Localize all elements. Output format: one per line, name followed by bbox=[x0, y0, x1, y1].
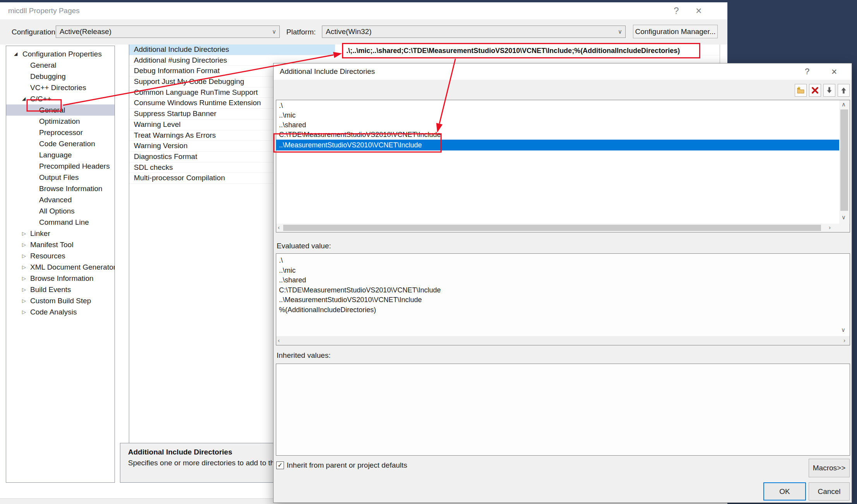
scroll-left-icon[interactable]: ‹ bbox=[278, 224, 280, 231]
list-item[interactable]: ..\mic bbox=[276, 111, 839, 120]
evaluated-line: ..\mic bbox=[276, 266, 837, 276]
tree-item-c-cpp[interactable]: ◢C/C++ bbox=[6, 93, 115, 104]
configuration-label: Configuration: bbox=[12, 19, 57, 44]
vertical-scrollbar[interactable]: ∧ ∨ bbox=[839, 100, 849, 224]
dialog-titlebar: Additional Include Directories ? × bbox=[274, 63, 852, 80]
evaluated-line: ..\shared bbox=[276, 275, 837, 285]
tree-item-browse-information[interactable]: Browse Information bbox=[6, 183, 115, 194]
tree-item-vcpp-directories[interactable]: VC++ Directories bbox=[6, 82, 115, 93]
inherited-values-label: Inherited values: bbox=[277, 351, 330, 360]
collapsed-icon[interactable]: ▷ bbox=[22, 250, 26, 261]
configuration-select[interactable]: Active(Release) ∨ bbox=[56, 26, 280, 38]
tree-item-resources[interactable]: ▷Resources bbox=[6, 250, 115, 261]
evaluated-line: .\ bbox=[276, 256, 837, 266]
scrollbar-thumb[interactable] bbox=[283, 225, 821, 231]
configuration-bar: Configuration: Active(Release) ∨ Platfor… bbox=[0, 19, 727, 44]
evaluated-line: %(AdditionalIncludeDirectories) bbox=[276, 305, 837, 315]
platform-select[interactable]: Active(Win32) ∨ bbox=[322, 26, 626, 38]
configuration-manager-button[interactable]: Configuration Manager... bbox=[633, 25, 718, 38]
horizontal-scrollbar[interactable]: ‹ › bbox=[276, 336, 850, 345]
tree-item-preprocessor[interactable]: Preprocessor bbox=[6, 127, 115, 138]
tree-item-linker[interactable]: ▷Linker bbox=[6, 228, 115, 239]
collapsed-icon[interactable]: ▷ bbox=[22, 228, 26, 239]
collapsed-icon[interactable]: ▷ bbox=[22, 295, 26, 306]
platform-value: Active(Win32) bbox=[326, 26, 371, 38]
scroll-left-icon[interactable]: ‹ bbox=[278, 337, 280, 343]
delete-line-button[interactable] bbox=[809, 84, 821, 97]
configuration-value: Active(Release) bbox=[60, 26, 111, 38]
inherited-values-box[interactable] bbox=[276, 364, 850, 456]
tree-item-all-options[interactable]: All Options bbox=[6, 205, 115, 217]
move-down-button[interactable] bbox=[823, 84, 835, 97]
arrow-up-icon bbox=[840, 86, 848, 94]
config-tree: ◢Configuration Properties General Debugg… bbox=[6, 46, 115, 483]
expanded-icon[interactable]: ◢ bbox=[14, 48, 17, 60]
macros-button[interactable]: Macros>> bbox=[809, 459, 850, 477]
list-item[interactable]: .\ bbox=[276, 101, 839, 111]
list-item[interactable]: ..\shared bbox=[276, 120, 839, 130]
inherit-defaults-label: Inherit from parent or project defaults bbox=[287, 461, 407, 470]
tree-item-debugging[interactable]: Debugging bbox=[6, 71, 115, 82]
platform-label: Platform: bbox=[286, 19, 316, 44]
checkmark-icon: ✓ bbox=[277, 462, 284, 469]
collapsed-icon[interactable]: ▷ bbox=[22, 261, 26, 273]
tree-item-manifest-tool[interactable]: ▷Manifest Tool bbox=[6, 239, 115, 250]
collapsed-icon[interactable]: ▷ bbox=[22, 284, 26, 295]
tree-item-custom-build-step[interactable]: ▷Custom Build Step bbox=[6, 295, 115, 306]
delete-x-icon bbox=[811, 86, 819, 94]
property-value-text: .\;..\mic;..\shared;C:\TDE\MeasurementSt… bbox=[343, 44, 699, 57]
tree-item-code-analysis[interactable]: ▷Code Analysis bbox=[6, 306, 115, 318]
tree-item-code-generation[interactable]: Code Generation bbox=[6, 138, 115, 149]
window-titlebar: micdll Property Pages ? × bbox=[0, 2, 727, 19]
evaluated-line: C:\TDE\MeasurementStudioVS2010\VCNET\Inc… bbox=[276, 285, 837, 296]
evaluated-value-label: Evaluated value: bbox=[277, 242, 331, 250]
tree-item-configuration-properties[interactable]: ◢Configuration Properties bbox=[6, 48, 115, 60]
scroll-down-icon[interactable]: ∨ bbox=[841, 326, 845, 333]
window-top-edge bbox=[0, 0, 727, 2]
tree-item-output-files[interactable]: Output Files bbox=[6, 172, 115, 183]
cancel-button[interactable]: Cancel bbox=[809, 482, 850, 501]
chevron-down-icon: ∨ bbox=[272, 26, 276, 38]
move-up-button[interactable] bbox=[838, 84, 850, 97]
scroll-down-icon[interactable]: ∨ bbox=[842, 214, 846, 221]
close-icon[interactable]: × bbox=[690, 2, 707, 19]
scroll-right-icon[interactable]: › bbox=[843, 337, 845, 343]
dialog-title: Additional Include Directories bbox=[280, 63, 375, 80]
screen: micdll Property Pages ? × Configuration:… bbox=[0, 0, 857, 504]
tree-item-browse-information-2[interactable]: ▷Browse Information bbox=[6, 273, 115, 284]
collapsed-icon[interactable]: ▷ bbox=[22, 273, 26, 284]
arrow-down-icon bbox=[825, 86, 833, 94]
tree-item-xml-document-generator[interactable]: ▷XML Document Generator bbox=[6, 261, 115, 273]
tree-item-optimization[interactable]: Optimization bbox=[6, 116, 115, 127]
ok-button[interactable]: OK bbox=[763, 482, 806, 501]
tree-item-language[interactable]: Language bbox=[6, 149, 115, 161]
collapsed-icon[interactable]: ▷ bbox=[22, 306, 26, 318]
tree-item-precompiled-headers[interactable]: Precompiled Headers bbox=[6, 161, 115, 172]
close-icon[interactable]: × bbox=[828, 63, 841, 80]
chevron-down-icon: ∨ bbox=[618, 26, 622, 38]
new-folder-icon bbox=[797, 86, 805, 94]
scroll-up-icon[interactable]: ∧ bbox=[842, 101, 846, 108]
evaluated-line: ..\MeasurementStudioVS2010\VCNET\Include bbox=[276, 295, 837, 305]
list-item-selected[interactable]: ..\MeasurementStudioVS2010\VCNET\Include bbox=[276, 140, 839, 150]
window-title: micdll Property Pages bbox=[8, 2, 80, 19]
scrollbar-thumb[interactable] bbox=[840, 109, 848, 211]
directories-list[interactable]: .\ ..\mic ..\shared C:\TDE\MeasurementSt… bbox=[276, 100, 850, 232]
horizontal-scrollbar[interactable]: ‹ › bbox=[276, 224, 850, 232]
evaluated-value-box[interactable]: .\ ..\mic ..\shared C:\TDE\MeasurementSt… bbox=[276, 253, 850, 345]
expanded-icon[interactable]: ◢ bbox=[22, 93, 26, 104]
property-value-field[interactable]: .\;..\mic;..\shared;C:\TDE\MeasurementSt… bbox=[342, 43, 700, 58]
tree-item-command-line[interactable]: Command Line bbox=[6, 217, 115, 228]
tree-item-cpp-general[interactable]: General bbox=[6, 104, 115, 116]
scroll-right-icon[interactable]: › bbox=[829, 224, 831, 231]
tree-item-build-events[interactable]: ▷Build Events bbox=[6, 284, 115, 295]
tree-item-advanced[interactable]: Advanced bbox=[6, 194, 115, 205]
additional-include-directories-dialog: Additional Include Directories ? × bbox=[273, 63, 852, 503]
collapsed-icon[interactable]: ▷ bbox=[22, 239, 26, 250]
new-line-button[interactable] bbox=[795, 84, 807, 97]
help-icon[interactable]: ? bbox=[801, 63, 814, 80]
inherit-defaults-checkbox[interactable]: ✓ bbox=[276, 461, 284, 469]
tree-item-general[interactable]: General bbox=[6, 60, 115, 71]
help-icon[interactable]: ? bbox=[668, 2, 685, 19]
list-item[interactable]: C:\TDE\MeasurementStudioVS2010\VCNET\Inc… bbox=[276, 130, 839, 140]
